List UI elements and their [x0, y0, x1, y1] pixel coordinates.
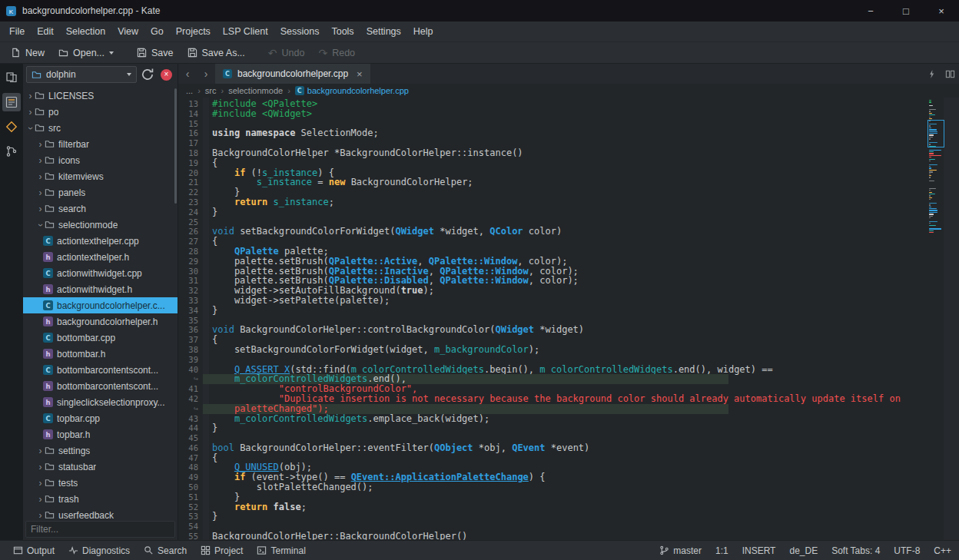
tree-file-actionwithwidget-h[interactable]: hactionwithwidget.h — [23, 281, 178, 297]
menu-projects[interactable]: Projects — [170, 22, 217, 41]
tree-file-topbar-h[interactable]: htopbar.h — [23, 426, 178, 442]
line-number: 13 — [178, 99, 203, 109]
tree-file-actiontexthelper-h[interactable]: hactiontexthelper.h — [23, 249, 178, 265]
toolbar-new-button[interactable]: New — [5, 45, 51, 61]
tree-file-bottombarcontentscont[interactable]: Cbottombarcontentscont... — [23, 362, 178, 378]
tab-close-icon[interactable]: × — [357, 68, 363, 80]
forward-button[interactable]: › — [197, 64, 215, 84]
tree-folder-filterbar[interactable]: ›filterbar — [23, 136, 178, 152]
symbol-outline-icon[interactable] — [2, 142, 21, 161]
breadcrumb-item-backgroundcolorhelper-cpp[interactable]: Cbackgroundcolorhelper.cpp — [295, 86, 409, 95]
menu-view[interactable]: View — [111, 22, 144, 41]
tree-folder-po[interactable]: ›po — [23, 104, 178, 120]
chevron-expanded-icon[interactable]: › — [25, 124, 36, 132]
tab-backgroundcolorhelper-cpp[interactable]: C backgroundcolorhelper.cpp × — [215, 64, 370, 84]
git-icon[interactable] — [2, 118, 21, 136]
tree-file-actiontexthelper-cpp[interactable]: Cactiontexthelper.cpp — [23, 233, 178, 249]
status-encoding[interactable]: UTF-8 — [894, 545, 920, 556]
breadcrumb-item-selectionmode[interactable]: selectionmode — [228, 86, 283, 95]
minimap-scrollbar[interactable] — [929, 100, 943, 540]
tree-folder-selectionmode[interactable]: ›selectionmode — [23, 217, 178, 233]
line-number: 16 — [178, 128, 203, 138]
back-button[interactable]: ‹ — [178, 64, 197, 84]
status-dictionary[interactable]: de_DE — [789, 545, 818, 556]
menu-settings[interactable]: Settings — [360, 22, 407, 41]
menu-tools[interactable]: Tools — [325, 22, 360, 41]
maximize-button[interactable]: □ — [888, 0, 924, 22]
tree-folder-panels[interactable]: ›panels — [23, 184, 178, 200]
close-project-button[interactable]: × — [161, 69, 172, 81]
line-number: 33 — [178, 296, 203, 306]
chevron-collapsed-icon[interactable]: › — [26, 107, 35, 118]
menu-go[interactable]: Go — [144, 22, 170, 41]
chevron-collapsed-icon[interactable]: › — [36, 510, 45, 519]
statusbar-diagnostics-button[interactable]: Diagnostics — [63, 543, 135, 558]
filesystem-icon[interactable] — [2, 93, 21, 111]
chevron-collapsed-icon[interactable]: › — [36, 478, 45, 489]
tree-file-singleclickselectionproxy[interactable]: hsingleclickselectionproxy... — [23, 394, 178, 410]
status-syntax-mode[interactable]: C++ — [934, 545, 951, 556]
statusbar-search-button[interactable]: Search — [138, 543, 192, 558]
tree-folder-trash[interactable]: ›trash — [23, 491, 178, 507]
tree-folder-kitemviews[interactable]: ›kitemviews — [23, 168, 178, 184]
documents-icon[interactable] — [2, 68, 21, 87]
editor-view[interactable]: 13#include <QPalette>14#include <QWidget… — [178, 98, 959, 540]
chevron-collapsed-icon[interactable]: › — [26, 91, 35, 101]
minimize-button[interactable]: − — [853, 0, 888, 22]
menu-selection[interactable]: Selection — [60, 22, 111, 41]
chevron-collapsed-icon[interactable]: › — [36, 494, 45, 505]
tree-file-backgroundcolorhelper-h[interactable]: hbackgroundcolorhelper.h — [23, 313, 178, 330]
menu-file[interactable]: File — [3, 22, 31, 41]
chevron-collapsed-icon[interactable]: › — [36, 446, 45, 456]
tree-file-bottombar-h[interactable]: hbottombar.h — [23, 346, 178, 362]
tree-file-bottombarcontentscont[interactable]: hbottombarcontentscont... — [23, 378, 178, 394]
line-number: 37 — [178, 335, 203, 345]
statusbar-output-button[interactable]: Output — [8, 543, 60, 558]
statusbar-project-button[interactable]: Project — [195, 543, 248, 558]
titlebar: K backgroundcolorhelper.cpp - Kate − □ × — [0, 0, 959, 22]
tree-file-actionwithwidget-cpp[interactable]: Cactionwithwidget.cpp — [23, 265, 178, 281]
menu-lsp-client[interactable]: LSP Client — [217, 22, 274, 41]
tree-folder-licenses[interactable]: ›LICENSES — [23, 88, 178, 104]
tree-folder-icons[interactable]: ›icons — [23, 152, 178, 168]
status-cursor-position[interactable]: 1:1 — [715, 545, 728, 556]
status-git-branch[interactable]: master — [659, 545, 702, 556]
chevron-collapsed-icon[interactable]: › — [36, 139, 45, 150]
toolbar-redo-button[interactable]: ↷Redo — [312, 45, 361, 61]
project-selector[interactable]: dolphin — [26, 66, 137, 83]
chevron-collapsed-icon[interactable]: › — [36, 171, 45, 182]
status-input-mode[interactable]: INSERT — [742, 545, 776, 556]
toolbar-save-as-button[interactable]: Save As... — [181, 45, 251, 61]
tree-scrollbar[interactable] — [174, 88, 177, 204]
chevron-collapsed-icon[interactable]: › — [36, 187, 45, 198]
chevron-expanded-icon[interactable]: › — [35, 220, 46, 229]
close-button[interactable]: × — [924, 0, 959, 22]
chevron-collapsed-icon[interactable]: › — [36, 155, 45, 166]
tree-folder-src[interactable]: ›src — [23, 120, 178, 136]
statusbar-terminal-button[interactable]: Terminal — [251, 543, 310, 558]
tree-file-bottombar-cpp[interactable]: Cbottombar.cpp — [23, 330, 178, 346]
tree-folder-userfeedback[interactable]: ›userfeedback — [23, 507, 178, 519]
filter-input[interactable] — [25, 521, 175, 538]
toolbar-undo-button[interactable]: ↶Undo — [262, 45, 311, 61]
chevron-collapsed-icon[interactable]: › — [36, 204, 45, 214]
tree-file-backgroundcolorhelper-c[interactable]: Cbackgroundcolorhelper.c... — [23, 297, 178, 313]
menu-help[interactable]: Help — [407, 22, 440, 41]
tree-folder-settings[interactable]: ›settings — [23, 442, 178, 459]
status-tab-settings[interactable]: Soft Tabs: 4 — [831, 545, 880, 556]
tree-folder-tests[interactable]: ›tests — [23, 475, 178, 491]
breadcrumb-item-[interactable]: ... — [186, 86, 193, 95]
scrollbar-track[interactable] — [944, 98, 959, 540]
toolbar-save-button[interactable]: Save — [131, 45, 180, 61]
breadcrumb-item-src[interactable]: src — [205, 86, 217, 95]
reload-project-button[interactable] — [140, 67, 155, 82]
menu-sessions[interactable]: Sessions — [274, 22, 326, 41]
chevron-collapsed-icon[interactable]: › — [36, 462, 45, 472]
toolbar-open-button[interactable]: Open... — [52, 45, 120, 61]
tree-folder-search[interactable]: ›search — [23, 200, 178, 217]
quick-open-icon[interactable] — [922, 64, 941, 84]
tree-file-topbar-cpp[interactable]: Ctopbar.cpp — [23, 410, 178, 426]
tree-folder-statusbar[interactable]: ›statusbar — [23, 459, 178, 475]
menu-edit[interactable]: Edit — [31, 22, 60, 41]
split-view-icon[interactable] — [941, 64, 959, 84]
